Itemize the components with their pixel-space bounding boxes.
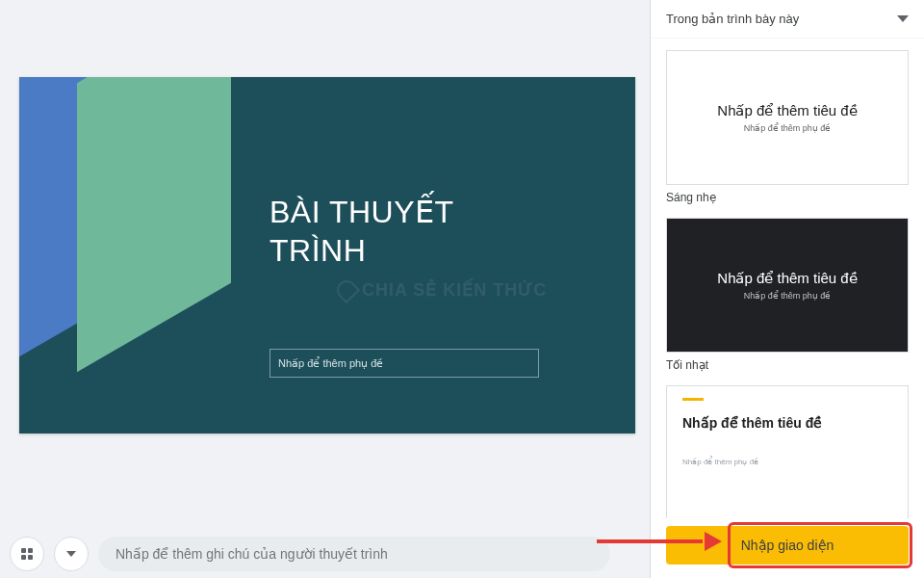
theme-subtitle: Nhấp để thêm phụ đề: [682, 458, 758, 466]
accent-bar: [682, 398, 704, 401]
chevron-down-icon: [66, 551, 76, 557]
slide-nav-button[interactable]: [54, 537, 89, 571]
editor-area: BÀI THUYẾTTRÌNH CHIA SẺ KIẾN THỨC Nhấp đ…: [0, 0, 650, 578]
import-theme-button[interactable]: Nhập giao diện: [666, 526, 909, 565]
decorative-shape-green: [77, 77, 231, 372]
theme-subtitle: Nhấp để thêm phụ đề: [744, 123, 832, 133]
theme-title: Nhấp để thêm tiêu đề: [717, 270, 857, 287]
slide-canvas[interactable]: BÀI THUYẾTTRÌNH CHIA SẺ KIẾN THỨC Nhấp đ…: [19, 77, 635, 434]
theme-title: Nhấp để thêm tiêu đề: [682, 415, 822, 431]
theme-label: Sáng nhẹ: [666, 191, 909, 204]
slide-subtitle-placeholder[interactable]: Nhấp để thêm phụ đề: [270, 349, 539, 378]
theme-label: Tối nhạt: [666, 358, 909, 372]
panel-title: Trong bản trình bày này: [666, 12, 799, 26]
themes-panel: Trong bản trình bày này Nhấp để thêm tiê…: [650, 0, 924, 578]
bottom-toolbar: [0, 530, 616, 578]
theme-item-light: Nhấp để thêm tiêu đề Nhấp để thêm phụ đề…: [666, 50, 909, 204]
chevron-down-icon: [897, 15, 909, 22]
voice-input-icon[interactable]: [587, 540, 606, 567]
watermark: CHIA SẺ KIẾN THỨC: [337, 279, 547, 301]
theme-list: Nhấp để thêm tiêu đề Nhấp để thêm phụ đề…: [651, 39, 924, 518]
slide-title[interactable]: BÀI THUYẾTTRÌNH: [270, 193, 454, 270]
theme-subtitle: Nhấp để thêm phụ đề: [744, 291, 832, 301]
speaker-notes-input[interactable]: [98, 537, 610, 571]
theme-thumbnail[interactable]: Nhấp để thêm tiêu đề Nhấp để thêm phụ đề: [666, 385, 909, 518]
theme-thumbnail[interactable]: Nhấp để thêm tiêu đề Nhấp để thêm phụ đề: [666, 50, 909, 185]
theme-thumbnail[interactable]: Nhấp để thêm tiêu đề Nhấp để thêm phụ đề: [666, 218, 909, 353]
theme-item-accent: Nhấp để thêm tiêu đề Nhấp để thêm phụ đề: [666, 385, 909, 518]
panel-header[interactable]: Trong bản trình bày này: [651, 0, 924, 39]
grid-view-button[interactable]: [10, 537, 44, 571]
grid-icon: [21, 548, 33, 560]
theme-item-dark: Nhấp để thêm tiêu đề Nhấp để thêm phụ đề…: [666, 218, 909, 372]
theme-title: Nhấp để thêm tiêu đề: [717, 102, 857, 119]
